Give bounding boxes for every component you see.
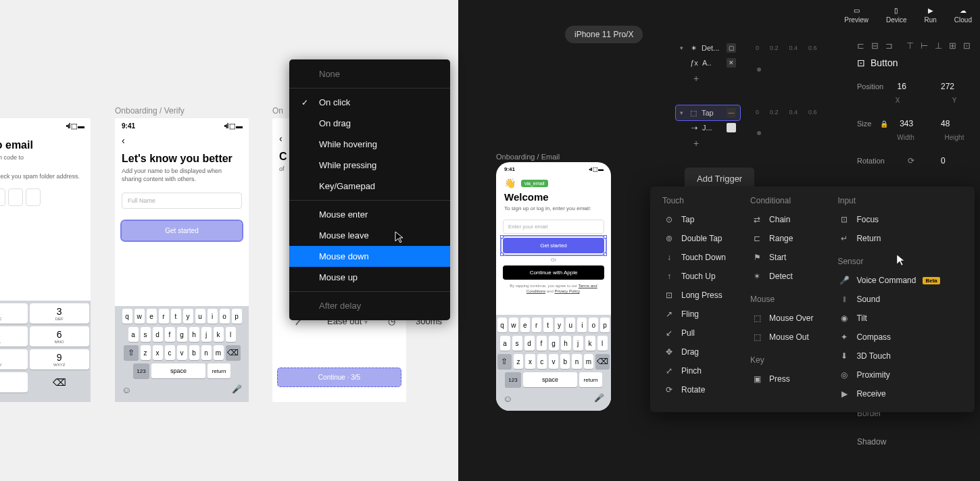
continue-apple-button[interactable]: Continue with Apple [503,265,604,280]
kb-key[interactable]: t [171,309,181,324]
kb-key[interactable]: p [232,309,242,324]
kb-key[interactable]: u [195,309,205,324]
close-icon[interactable]: ✕ [727,58,736,68]
kb-key[interactable]: d [524,336,535,351]
kb-key[interactable]: v [549,354,558,369]
kb-key[interactable]: q [497,318,507,332]
shadow-section[interactable]: Shadow [857,437,971,447]
kb-key[interactable]: w [134,309,145,324]
kb-key[interactable]: n [201,345,212,360]
delete-key[interactable]: ⌫ [30,372,90,393]
kb-key[interactable]: l [226,327,236,342]
email-input[interactable]: Enter your email [503,220,604,234]
kb-key[interactable]: m [214,345,224,360]
kb-key[interactable]: s [512,336,522,351]
timeline-keyframe[interactable] [757,68,761,72]
trigger-mouse-out[interactable]: ⬚Mouse Out [750,328,814,346]
trigger-press[interactable]: ▣Press [750,370,814,388]
num-key[interactable]: 3DEF [30,303,90,324]
align-center-icon[interactable]: ⊟ [871,41,879,51]
space-key[interactable]: space [151,363,205,378]
menu-item-on-drag[interactable]: On drag [289,113,450,134]
trigger-touch-down[interactable]: ↓Touch Down [662,249,727,266]
trigger-double-tap[interactable]: ⊚Double Tap [662,230,727,247]
layer-a[interactable]: ƒxA..✕ [676,55,740,70]
kb-key[interactable]: f [165,327,175,342]
menu-item-after-delay[interactable]: After delay [289,295,450,316]
kb-key[interactable]: y [183,309,193,324]
layer-j[interactable]: ⇢J... [676,120,740,135]
kb-key[interactable]: z [141,345,151,360]
trigger-fling[interactable]: ↗Fling [662,305,727,323]
trigger-drag[interactable]: ✥Drag [662,343,727,361]
layer-add[interactable]: + [676,135,740,151]
kb-key[interactable]: r [159,309,169,324]
menu-item-mouse-enter[interactable]: Mouse enter [289,204,450,225]
kb-key[interactable]: h [189,327,199,342]
kb-key[interactable]: k [214,327,224,342]
phone-preview[interactable]: 9:41•ıl ⬚ ▬ 👋via_email Welcome To sign u… [496,162,611,411]
num-toggle-key[interactable]: 123 [505,372,521,387]
artboard-verify-2[interactable]: Onboarding / Verify 9:41•ıl ⬚ ▬ ‹ Let's … [115,118,249,402]
num-key[interactable]: 5JKL [0,326,28,347]
menu-item-while-pressing[interactable]: While pressing [289,155,450,176]
timeline-keyframe[interactable] [757,131,761,135]
kb-key[interactable]: i [207,309,218,324]
kb-key[interactable]: g [549,336,559,351]
width-input[interactable]: 343 [897,116,929,131]
kb-key[interactable]: g [177,327,187,342]
kb-key[interactable]: o [589,318,598,332]
align-bottom-icon[interactable]: ⊥ [935,41,942,51]
kb-key[interactable]: j [573,336,583,351]
height-input[interactable]: 48 [938,116,971,131]
kb-key[interactable]: a [500,336,510,351]
kb-key[interactable]: c [537,354,547,369]
trigger-touch-up[interactable]: ↑Touch Up [662,268,727,285]
return-key[interactable]: return [207,363,230,378]
trigger-long-press[interactable]: ⊡Long Press [662,286,727,304]
trigger-tap[interactable]: ⊙Tap [662,211,727,228]
minus-icon[interactable]: — [727,108,736,118]
kb-key[interactable]: a [128,327,139,342]
menu-item-mouse-down[interactable]: Mouse down [289,246,450,267]
kb-key[interactable]: n [572,354,581,369]
preview-button[interactable]: ▭Preview [844,7,868,24]
kb-key[interactable]: r [532,318,541,332]
kb-key[interactable]: h [561,336,571,351]
trigger-chain[interactable]: ⇄Chain [750,211,814,228]
rotation-input[interactable]: 0 [938,153,971,168]
kb-key[interactable]: x [153,345,163,360]
kb-key[interactable]: q [122,309,132,324]
menu-item-mouse-leave[interactable]: Mouse leave [289,225,450,246]
device-selector[interactable]: iPhone 11 Pro/X [565,26,643,43]
group-icon[interactable]: ⊞ [949,41,956,51]
kb-key[interactable]: l [597,336,608,351]
emoji-icon[interactable]: ☺ [503,393,512,404]
num-key[interactable]: 0 [0,372,28,393]
align-top-icon[interactable]: ⊤ [906,41,914,51]
backspace-key[interactable]: ⌫ [226,345,241,360]
backspace-key[interactable]: ⌫ [595,354,610,369]
trigger-3d-touch[interactable]: ⬇3D Touch [837,347,941,365]
trigger-rotate[interactable]: ⟳Rotate [662,381,727,399]
num-key[interactable]: 2ABC [0,303,28,324]
num-key[interactable]: 9WXYZ [30,349,90,370]
mic-icon[interactable]: 🎤 [232,384,242,395]
shift-key[interactable]: ⇧ [497,354,512,369]
kb-key[interactable]: v [177,345,187,360]
otp-box[interactable] [26,188,41,206]
lock-icon[interactable]: 🔒 [880,120,888,128]
num-key[interactable]: 6MNO [30,326,90,347]
return-key[interactable]: return [579,372,602,387]
kb-key[interactable]: w [509,318,518,332]
kb-key[interactable]: s [141,327,151,342]
shift-key[interactable]: ⇧ [124,345,139,360]
kb-key[interactable]: e [520,318,530,332]
trigger-pull[interactable]: ↙Pull [662,324,727,342]
menu-item-while-hovering[interactable]: While hovering [289,134,450,155]
kb-key[interactable]: k [585,336,595,351]
trigger-mouse-over[interactable]: ⬚Mouse Over [750,309,814,327]
continue-button[interactable]: Continue · 3/5 [277,368,401,387]
layer-tap[interactable]: ▾⬚Tap— [676,105,740,120]
menu-item-mouse-up[interactable]: Mouse up [289,267,450,288]
